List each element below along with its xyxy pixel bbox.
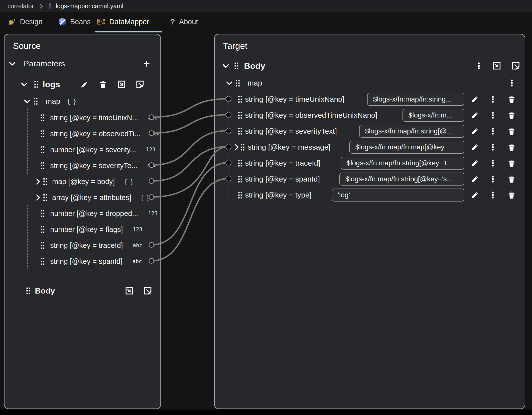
kebab-icon[interactable] — [489, 127, 497, 135]
grip-icon[interactable] — [236, 95, 244, 104]
target-field-row[interactable]: string [@key = spanId]$logs-x/fn:map/fn:… — [215, 171, 525, 187]
expression-input[interactable]: 'log' — [332, 189, 464, 202]
target-field-row[interactable]: string [@key = traceId]$logs-x/fn:map/fn… — [215, 155, 525, 171]
trash-icon[interactable] — [507, 159, 516, 167]
chevron-down-icon[interactable] — [23, 97, 31, 105]
target-body-label: Body — [244, 61, 265, 71]
target-map-row[interactable]: map — [215, 75, 525, 91]
trash-icon[interactable] — [507, 191, 516, 199]
grip-icon[interactable] — [238, 143, 247, 151]
field-type-badge: abc — [148, 115, 158, 121]
source-field-row[interactable]: map [@key = body]{ } — [4, 174, 160, 190]
source-field-row[interactable]: number [@key = flags]123 — [4, 221, 160, 237]
trash-icon[interactable] — [507, 111, 516, 119]
source-field-row[interactable]: string [@key = spanId]abc — [4, 253, 160, 269]
trash-icon[interactable] — [99, 80, 107, 89]
kebab-icon[interactable] — [508, 79, 516, 87]
chevron-down-icon[interactable] — [225, 79, 234, 87]
grip-icon[interactable] — [236, 127, 244, 135]
detach-icon[interactable] — [143, 287, 152, 295]
pencil-icon[interactable] — [471, 95, 479, 104]
source-field-label: string [@key = traceId] — [50, 241, 123, 250]
parameter-logs-row[interactable]: logs — [4, 76, 160, 92]
active-tab-underline — [95, 31, 162, 32]
target-field-row[interactable]: string [@key = message]$logs-x/fn:map/fn… — [215, 139, 525, 155]
grip-icon[interactable] — [38, 161, 47, 170]
attach-icon[interactable] — [117, 80, 126, 89]
detach-icon[interactable] — [136, 80, 144, 89]
kebab-icon[interactable] — [489, 143, 497, 151]
add-parameter-button[interactable]: + — [143, 59, 150, 69]
grip-icon[interactable] — [32, 80, 40, 89]
chevron-down-icon[interactable] — [20, 80, 28, 89]
target-field-row[interactable]: string [@key = timeUnixNano]$logs-x/fn:m… — [215, 91, 525, 107]
source-body-row[interactable]: Body — [4, 283, 160, 299]
chevron-down-icon[interactable] — [222, 62, 230, 70]
chevron-down-icon[interactable] — [8, 59, 16, 68]
pencil-icon[interactable] — [80, 80, 89, 89]
expression-input[interactable]: $logs-x/fn:map/fn:string[@key='t... — [341, 157, 464, 170]
grip-icon[interactable] — [236, 111, 244, 119]
trash-icon[interactable] — [507, 175, 516, 183]
kebab-icon[interactable] — [489, 191, 497, 199]
kebab-icon[interactable] — [489, 95, 497, 104]
attach-icon[interactable] — [125, 287, 133, 295]
trash-icon[interactable] — [507, 95, 516, 104]
expression-input[interactable]: $logs-x/fn:map/fn:string... — [367, 93, 464, 106]
expression-input[interactable]: $logs-x/fn:m... — [402, 109, 464, 122]
pencil-icon[interactable] — [471, 127, 479, 135]
grip-icon[interactable] — [31, 97, 40, 105]
trash-icon[interactable] — [507, 127, 516, 135]
grip-icon[interactable] — [38, 129, 47, 138]
grip-icon[interactable] — [24, 287, 32, 295]
tab-design[interactable]: Design — [7, 12, 42, 31]
target-field-row[interactable]: string [@key = type]'log' — [215, 187, 525, 203]
tab-beans[interactable]: Beans — [59, 12, 91, 31]
grip-icon[interactable] — [236, 175, 244, 183]
pencil-icon[interactable] — [471, 143, 479, 151]
tab-datamapper[interactable]: DataMapper — [97, 12, 149, 31]
attach-icon[interactable] — [493, 62, 501, 70]
trash-icon[interactable] — [507, 143, 516, 151]
grip-icon[interactable] — [232, 62, 241, 70]
pencil-icon[interactable] — [471, 111, 479, 119]
grip-icon[interactable] — [38, 113, 47, 122]
breadcrumb: correlator ! logs-mapper.camel.yaml — [0, 0, 532, 12]
parameters-header[interactable]: Parameters + — [4, 56, 160, 71]
pencil-icon[interactable] — [471, 175, 479, 183]
pencil-icon[interactable] — [471, 191, 479, 199]
grip-icon[interactable] — [38, 241, 47, 250]
expression-input[interactable]: $logs-x/fn:map/fn:string[@... — [359, 125, 464, 138]
breadcrumb-project[interactable]: correlator — [7, 2, 34, 10]
kebab-icon[interactable] — [489, 111, 497, 119]
source-field-row[interactable]: number [@key = severity...123 — [4, 142, 160, 158]
grip-icon[interactable] — [38, 225, 47, 234]
grip-icon[interactable] — [38, 145, 47, 154]
expression-input[interactable]: $logs-x/fn:map/fn:map[@key... — [349, 141, 464, 154]
field-type-badge: 123 — [148, 210, 158, 216]
detach-icon[interactable] — [512, 62, 520, 70]
grip-icon[interactable] — [41, 177, 49, 186]
tab-about[interactable]: ? About — [170, 12, 198, 31]
source-field-row[interactable]: string [@key = observedTi...abc — [4, 126, 160, 142]
target-body-row[interactable]: Body — [215, 58, 525, 74]
target-field-row[interactable]: string [@key = severityText]$logs-x/fn:m… — [215, 123, 525, 139]
grip-icon[interactable] — [38, 257, 47, 266]
grip-icon[interactable] — [236, 191, 244, 199]
grip-icon[interactable] — [38, 209, 47, 218]
target-field-row[interactable]: string [@key = observedTimeUnixNano]$log… — [215, 107, 525, 123]
source-field-row[interactable]: array [@key = attributes][ ] — [4, 190, 160, 206]
kebab-icon[interactable] — [475, 62, 483, 70]
kebab-icon[interactable] — [489, 175, 497, 183]
source-field-row[interactable]: string [@key = timeUnixN...abc — [4, 110, 160, 126]
grip-icon[interactable] — [236, 159, 244, 167]
source-field-row[interactable]: string [@key = traceId]abc — [4, 237, 160, 253]
kebab-icon[interactable] — [489, 159, 497, 167]
grip-icon[interactable] — [234, 79, 242, 87]
expression-input[interactable]: $logs-x/fn:map/fn:string[@key='s... — [339, 173, 464, 186]
pencil-icon[interactable] — [471, 159, 479, 167]
source-map-row[interactable]: map { } — [4, 93, 160, 109]
grip-icon[interactable] — [41, 193, 49, 202]
source-field-row[interactable]: number [@key = dropped...123 — [4, 206, 160, 221]
source-field-row[interactable]: string [@key = severityTe...abc — [4, 158, 160, 174]
